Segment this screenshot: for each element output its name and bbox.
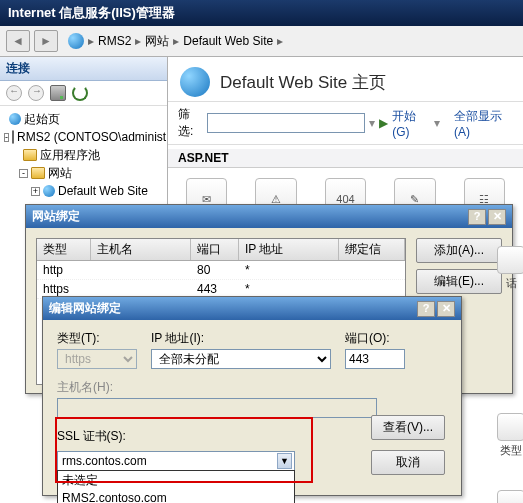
crumb-sites[interactable]: 网站 bbox=[145, 33, 169, 50]
site-icon bbox=[180, 67, 210, 97]
connections-tree[interactable]: 起始页 - RMS2 (CONTOSO\administrato 应用程序池 -… bbox=[0, 106, 167, 204]
start-link[interactable]: 开始(G) bbox=[392, 108, 430, 139]
binding-row[interactable]: http 80 * bbox=[37, 261, 405, 280]
go-icon[interactable]: ▶ bbox=[379, 116, 388, 130]
port-label: 端口(O): bbox=[345, 330, 405, 347]
user-icon bbox=[497, 246, 523, 274]
server-icon bbox=[12, 130, 14, 144]
dialog-titlebar[interactable]: 编辑网站绑定 ? ✕ bbox=[43, 297, 461, 320]
site-icon bbox=[43, 185, 55, 197]
nav-forward-button[interactable]: ► bbox=[34, 30, 58, 52]
expander-icon[interactable]: + bbox=[31, 187, 40, 196]
edit-binding-button[interactable]: 编辑(E)... bbox=[416, 269, 502, 294]
tree-start-page[interactable]: 起始页 bbox=[4, 110, 163, 128]
filter-row: 筛选: ▾ ▶ 开始(G) ▾ 全部显示(A) bbox=[168, 101, 523, 145]
globe-icon bbox=[68, 33, 84, 49]
hostname-label: 主机名(H): bbox=[57, 379, 377, 396]
close-button[interactable]: ✕ bbox=[437, 301, 455, 317]
tree-server[interactable]: - RMS2 (CONTOSO\administrato bbox=[4, 128, 163, 146]
add-binding-button[interactable]: 添加(A)... bbox=[416, 238, 502, 263]
expander-icon[interactable]: - bbox=[19, 169, 28, 178]
breadcrumb[interactable]: ▸ RMS2 ▸ 网站 ▸ Default Web Site ▸ bbox=[62, 33, 517, 50]
ip-select[interactable]: 全部未分配 bbox=[151, 349, 331, 369]
back-icon[interactable] bbox=[6, 85, 22, 101]
nav-back-button[interactable]: ◄ bbox=[6, 30, 30, 52]
window-titlebar: Internet 信息服务(IIS)管理器 bbox=[0, 0, 523, 26]
filter-input[interactable] bbox=[207, 113, 365, 133]
close-button[interactable]: ✕ bbox=[488, 209, 506, 225]
forward-icon[interactable] bbox=[28, 85, 44, 101]
help-button[interactable]: ? bbox=[468, 209, 486, 225]
ssl-option[interactable]: 未选定 bbox=[58, 471, 294, 490]
crumb-default-site[interactable]: Default Web Site bbox=[183, 34, 273, 48]
ssl-option[interactable]: RMS2.contoso.com bbox=[58, 490, 294, 503]
right-icon[interactable]: 类型 bbox=[495, 413, 523, 458]
folder-icon bbox=[31, 167, 45, 179]
ip-label: IP 地址(I): bbox=[151, 330, 331, 347]
page-title-row: Default Web Site 主页 bbox=[168, 57, 523, 101]
group-aspnet: ASP.NET bbox=[168, 149, 523, 168]
tree-default-site[interactable]: + Default Web Site bbox=[4, 182, 163, 200]
page-title: Default Web Site 主页 bbox=[220, 71, 386, 94]
right-icon[interactable]: 话 bbox=[495, 246, 523, 291]
tree-app-pools[interactable]: 应用程序池 bbox=[4, 146, 163, 164]
ssl-icon bbox=[497, 490, 523, 503]
home-icon bbox=[9, 113, 21, 125]
connections-header: 连接 bbox=[0, 57, 167, 81]
help-button[interactable]: ? bbox=[417, 301, 435, 317]
edit-binding-dialog: 编辑网站绑定 ? ✕ 类型(T): https IP 地址(I): 全部未分配 … bbox=[42, 296, 462, 496]
port-input[interactable] bbox=[345, 349, 405, 369]
connections-toolbar bbox=[0, 81, 167, 106]
breadcrumb-toolbar: ◄ ► ▸ RMS2 ▸ 网站 ▸ Default Web Site ▸ bbox=[0, 26, 523, 57]
ssl-cert-combo[interactable]: rms.contos.com ▼ bbox=[57, 451, 295, 471]
dialog-title: 编辑网站绑定 bbox=[49, 300, 121, 317]
refresh-icon[interactable] bbox=[72, 85, 88, 101]
ssl-cert-dropdown-list[interactable]: 未选定 RMS2.contoso.com rms.contos.com bbox=[57, 470, 295, 503]
save-icon[interactable] bbox=[50, 85, 66, 101]
type-icon bbox=[497, 413, 523, 441]
filter-label: 筛选: bbox=[178, 106, 203, 140]
right-rail-icons: 话 类型 SSL bbox=[499, 246, 523, 503]
right-icon[interactable]: SSL bbox=[495, 490, 523, 503]
show-all-link[interactable]: 全部显示(A) bbox=[454, 108, 513, 139]
folder-icon bbox=[23, 149, 37, 161]
dialog-title: 网站绑定 bbox=[32, 208, 80, 225]
listview-header: 类型 主机名 端口 IP 地址 绑定信 bbox=[37, 239, 405, 261]
window-title: Internet 信息服务(IIS)管理器 bbox=[8, 5, 175, 20]
type-select: https bbox=[57, 349, 137, 369]
expander-icon[interactable]: - bbox=[4, 133, 9, 142]
crumb-root[interactable]: RMS2 bbox=[98, 34, 131, 48]
cancel-button[interactable]: 取消 bbox=[371, 450, 445, 475]
view-cert-button[interactable]: 查看(V)... bbox=[371, 415, 445, 440]
tree-sites[interactable]: - 网站 bbox=[4, 164, 163, 182]
chevron-down-icon[interactable]: ▼ bbox=[277, 453, 292, 469]
type-label: 类型(T): bbox=[57, 330, 137, 347]
hostname-input bbox=[57, 398, 377, 418]
dialog-titlebar[interactable]: 网站绑定 ? ✕ bbox=[26, 205, 512, 228]
